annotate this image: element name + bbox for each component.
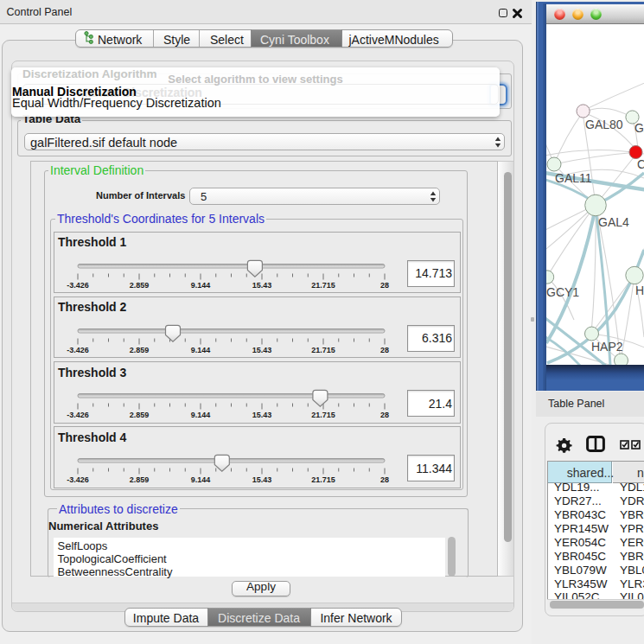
svg-text:28: 28: [380, 411, 389, 419]
svg-text:15.43: 15.43: [252, 280, 272, 289]
svg-text:2.859: 2.859: [130, 280, 150, 289]
svg-text:GAL4: GAL4: [598, 215, 629, 229]
svg-text:-3.426: -3.426: [67, 411, 89, 419]
svg-text:9.144: 9.144: [191, 280, 211, 289]
svg-text:2.859: 2.859: [130, 475, 150, 484]
svg-text:15.43: 15.43: [252, 411, 272, 419]
svg-text:28: 28: [380, 280, 389, 289]
svg-text:-3.426: -3.426: [67, 475, 89, 484]
svg-text:2.859: 2.859: [130, 411, 150, 419]
svg-text:21.715: 21.715: [311, 411, 335, 419]
svg-text:C: C: [637, 157, 644, 171]
svg-text:-3.426: -3.426: [67, 280, 89, 289]
svg-text:28: 28: [380, 345, 389, 354]
svg-text:15.43: 15.43: [252, 475, 272, 484]
svg-text:-3.426: -3.426: [67, 345, 89, 354]
svg-text:2.859: 2.859: [130, 345, 150, 354]
svg-text:GA: GA: [634, 121, 644, 135]
svg-text:9.144: 9.144: [191, 475, 211, 484]
svg-text:21.715: 21.715: [311, 345, 335, 354]
svg-text:28: 28: [380, 475, 389, 484]
svg-text:GAL11: GAL11: [555, 171, 592, 185]
svg-text:21.715: 21.715: [311, 280, 335, 289]
svg-text:15.43: 15.43: [252, 345, 272, 354]
svg-text:GAL80: GAL80: [585, 118, 623, 131]
svg-text:GCY1: GCY1: [546, 285, 579, 299]
svg-text:9.144: 9.144: [191, 411, 211, 419]
svg-text:21.715: 21.715: [311, 475, 335, 484]
svg-text:HAP2: HAP2: [591, 340, 623, 354]
svg-text:9.144: 9.144: [191, 345, 211, 354]
svg-text:H: H: [635, 284, 644, 297]
